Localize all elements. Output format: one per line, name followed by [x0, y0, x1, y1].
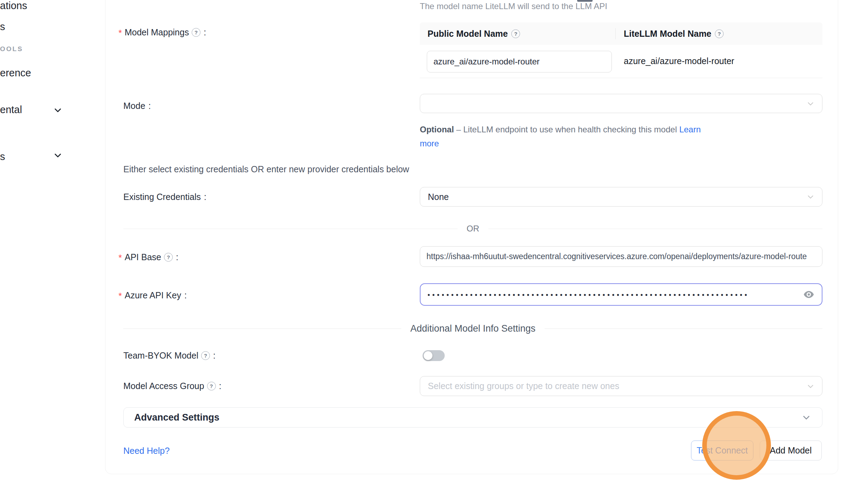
chevron-down-icon: [806, 192, 815, 201]
chevron-down-icon: [806, 99, 815, 108]
azure-api-key-label-text: Azure API Key: [125, 290, 181, 300]
label-colon: :: [184, 290, 187, 300]
sidebar-item-clipped-1[interactable]: s: [0, 21, 5, 33]
public-model-name-header-text: Public Model Name: [428, 29, 508, 39]
optional-text: – LiteLLM endpoint to use when health ch…: [454, 125, 679, 134]
question-circle-icon[interactable]: ?: [192, 28, 200, 37]
team-byok-toggle[interactable]: [423, 350, 445, 361]
label-colon: :: [219, 381, 221, 391]
click-indicator-ring: [702, 411, 771, 480]
sidebar-item-clipped-2[interactable]: s: [0, 151, 5, 162]
azure-api-key-label: * Azure API Key :: [118, 289, 187, 301]
api-base-label: * API Base ? :: [118, 251, 178, 263]
existing-credentials-value: None: [428, 192, 449, 202]
header-column-separator: [615, 28, 616, 39]
mode-select[interactable]: [420, 94, 822, 113]
question-circle-icon[interactable]: ?: [511, 29, 520, 38]
label-colon: :: [176, 252, 178, 262]
litellm-model-name-header-text: LiteLLM Model Name: [624, 29, 711, 39]
need-help-link[interactable]: Need Help?: [123, 446, 170, 456]
question-circle-icon[interactable]: ?: [207, 382, 216, 390]
model-access-group-label: Model Access Group ? :: [123, 381, 221, 391]
divider-line: [545, 328, 822, 329]
mode-optional-help: Optional – LiteLLM endpoint to use when …: [420, 123, 711, 151]
sidebar-section-tools: OOLS: [0, 45, 23, 53]
litellm-model-name-value: azure_ai/azure-model-router: [624, 56, 734, 66]
sidebar-item-inference[interactable]: erence: [0, 67, 31, 79]
existing-credentials-label: Existing Credentials :: [123, 192, 206, 202]
sidebar-item-organizations[interactable]: ations: [0, 0, 27, 12]
or-divider: OR: [123, 224, 822, 233]
model-mappings-label-text: Model Mappings: [125, 27, 189, 37]
required-asterisk: *: [118, 253, 122, 263]
model-access-group-placeholder: Select existing groups or type to create…: [428, 381, 619, 391]
model-mappings-table: Public Model Name ? LiteLLM Model Name ?…: [420, 22, 822, 78]
mode-label: Mode :: [123, 101, 151, 111]
label-colon: :: [213, 351, 216, 361]
model-name-help-text: The model name LiteLLM will send to the …: [420, 1, 607, 11]
chevron-down-icon: [801, 412, 812, 423]
api-base-input[interactable]: [420, 246, 822, 267]
eye-icon[interactable]: [803, 289, 815, 300]
chevron-down-icon: [806, 382, 815, 391]
question-circle-icon[interactable]: ?: [201, 351, 210, 360]
api-base-label-text: API Base: [125, 252, 161, 262]
existing-credentials-select[interactable]: None: [420, 187, 822, 207]
chevron-down-icon: [53, 105, 63, 116]
toggle-knob: [424, 351, 432, 360]
question-circle-icon[interactable]: ?: [164, 253, 173, 262]
model-access-group-select[interactable]: Select existing groups or type to create…: [420, 376, 822, 396]
divider-line: [123, 328, 401, 329]
additional-info-divider-text: Additional Model Info Settings: [410, 323, 535, 334]
mode-label-text: Mode: [123, 101, 145, 111]
team-byok-label: Team-BYOK Model ? :: [123, 351, 216, 361]
divider-line: [123, 229, 458, 229]
sidebar-item-experimental[interactable]: ental: [0, 104, 22, 116]
required-asterisk: *: [118, 291, 122, 301]
optional-bold: Optional: [420, 125, 454, 134]
azure-api-key-input[interactable]: ••••••••••••••••••••••••••••••••••••••••…: [420, 283, 822, 306]
chevron-down-icon: [53, 150, 63, 161]
additional-info-divider: Additional Model Info Settings: [123, 321, 822, 335]
team-byok-label-text: Team-BYOK Model: [123, 351, 198, 361]
masked-api-key-value: ••••••••••••••••••••••••••••••••••••••••…: [428, 291, 803, 299]
model-mappings-label: * Model Mappings ? :: [118, 26, 206, 38]
advanced-settings-label: Advanced Settings: [134, 412, 219, 423]
label-colon: :: [204, 192, 206, 202]
public-model-name-input[interactable]: [427, 51, 612, 72]
label-colon: :: [204, 27, 206, 37]
credentials-note: Either select existing credentials OR en…: [123, 164, 409, 174]
divider-line: [488, 229, 823, 229]
litellm-model-name-header: LiteLLM Model Name ?: [624, 22, 724, 45]
label-colon: :: [149, 101, 151, 111]
add-model-screen: ations s OOLS erence ental s The model n…: [0, 0, 868, 485]
or-divider-text: OR: [467, 224, 479, 234]
public-model-name-header: Public Model Name ?: [428, 22, 520, 45]
existing-credentials-label-text: Existing Credentials: [123, 192, 201, 202]
model-access-group-label-text: Model Access Group: [123, 381, 204, 391]
question-circle-icon[interactable]: ?: [715, 29, 724, 38]
required-asterisk: *: [118, 28, 122, 38]
